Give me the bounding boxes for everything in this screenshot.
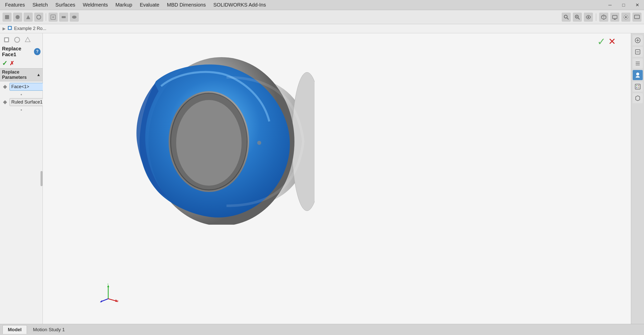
menu-evaluate[interactable]: Evaluate [136, 1, 163, 9]
svg-point-23 [15, 37, 20, 42]
feature-icon-a[interactable] [2, 35, 11, 44]
3d-model-view [88, 48, 315, 225]
svg-line-8 [567, 18, 569, 19]
svg-point-48 [638, 85, 639, 86]
menu-solidworks-addins[interactable]: SOLIDWORKS Add-Ins [210, 1, 270, 9]
svg-line-10 [578, 18, 580, 19]
menu-mbd-dimensions[interactable]: MBD Dimensions [163, 1, 209, 9]
feature-icons-row [0, 33, 43, 45]
toolbar-icon-2[interactable] [13, 13, 22, 22]
svg-point-3 [37, 15, 41, 19]
bottom-tabs: Model Motion Study 1 [0, 324, 644, 335]
toolbar-monitor-icon[interactable] [632, 13, 641, 22]
accept-button[interactable]: ✓ [597, 36, 606, 47]
left-panel: Replace Face1 ? ✓ ✗ Replace Parameters ▲… [0, 33, 43, 324]
toolbar-separator-1 [46, 13, 46, 21]
tab-motion-study[interactable]: Motion Study 1 [28, 325, 70, 334]
face-param-icon [2, 83, 8, 90]
menu-sketch[interactable]: Sketch [29, 1, 51, 9]
rs-icon-2[interactable] [633, 47, 643, 57]
svg-point-20 [9, 27, 11, 29]
dot-separator-2: ● [0, 108, 43, 112]
svg-point-45 [636, 73, 639, 76]
svg-point-49 [636, 87, 637, 88]
menu-markup[interactable]: Markup [112, 1, 136, 9]
toolbar-icon-4[interactable] [34, 13, 43, 22]
svg-point-6 [72, 16, 77, 19]
svg-rect-5 [62, 16, 66, 18]
close-button[interactable]: ✕ [630, 0, 644, 10]
svg-point-29 [176, 100, 242, 186]
canvas-area: ✓ ✕ [43, 33, 631, 324]
svg-point-47 [636, 85, 637, 86]
toolbar-settings-icon[interactable] [621, 13, 630, 22]
panel-title-row: Replace Face1 ? [0, 45, 43, 58]
toolbar-view-icon[interactable] [584, 13, 593, 22]
toolbar-cube-icon[interactable] [599, 13, 608, 22]
rs-icon-4[interactable] [633, 70, 643, 80]
toolbar-row [0, 10, 644, 24]
toolbar-icon-5[interactable] [49, 13, 58, 22]
right-sidebar [631, 33, 644, 324]
svg-rect-18 [634, 15, 639, 19]
toolbar-icon-7[interactable] [70, 13, 79, 22]
ok-cancel-row: ✓ ✗ [0, 58, 43, 68]
svg-point-17 [625, 16, 627, 18]
toolbar-left-icons [3, 13, 79, 22]
svg-marker-39 [100, 300, 102, 302]
svg-marker-2 [26, 15, 30, 19]
tab-model[interactable]: Model [3, 325, 27, 334]
svg-text:X: X [117, 299, 118, 303]
rs-icon-6[interactable] [633, 93, 643, 103]
collapse-arrow[interactable]: ▲ [36, 73, 41, 77]
menu-weldments[interactable]: Weldments [79, 1, 111, 9]
axis-indicator: Y X [98, 284, 118, 304]
svg-rect-14 [613, 15, 617, 19]
menu-surfaces[interactable]: Surfaces [52, 1, 79, 9]
toolbar-search-icon[interactable] [562, 13, 571, 22]
toolbar-zoom-icon[interactable] [573, 13, 582, 22]
svg-point-50 [638, 87, 639, 88]
breadcrumb-icon [7, 25, 13, 32]
svg-text:Y: Y [107, 284, 109, 286]
surface-param-row [0, 97, 43, 108]
resize-handle[interactable] [41, 171, 43, 186]
breadcrumb-bar: ▶ Example 2 Ro... [0, 24, 644, 33]
svg-point-1 [16, 15, 20, 19]
breadcrumb-text: Example 2 Ro... [14, 26, 46, 31]
reject-button[interactable]: ✕ [608, 36, 616, 47]
help-button[interactable]: ? [34, 48, 41, 55]
menu-features[interactable]: Features [2, 1, 28, 9]
svg-rect-22 [5, 38, 8, 41]
toolbar-icon-6[interactable] [59, 13, 68, 22]
replace-parameters-header: Replace Parameters ▲ [0, 68, 43, 81]
feature-icon-b[interactable] [13, 35, 22, 44]
dot-separator-1: ● [0, 93, 43, 96]
toolbar-separator-2 [596, 13, 596, 21]
face-param-row [0, 81, 43, 92]
svg-point-7 [564, 15, 567, 18]
toolbar-icon-1[interactable] [3, 13, 12, 22]
rs-icon-5[interactable] [633, 82, 643, 92]
surface-param-icon [2, 99, 8, 106]
ok-button[interactable]: ✓ [2, 59, 8, 67]
toolbar-display-icon[interactable] [610, 13, 619, 22]
feature-icon-c[interactable] [23, 35, 32, 44]
svg-rect-0 [5, 15, 9, 19]
restore-button[interactable]: □ [617, 0, 630, 10]
replace-parameters-label: Replace Parameters [2, 70, 36, 80]
cancel-button[interactable]: ✗ [10, 60, 14, 67]
breadcrumb-arrow: ▶ [3, 26, 6, 31]
main-area: Replace Face1 ? ✓ ✗ Replace Parameters ▲… [0, 33, 644, 324]
menu-bar: Features Sketch Surfaces Weldments Marku… [0, 0, 644, 10]
top-right-buttons: ✓ ✕ [597, 36, 616, 47]
window-controls: ─ □ ✕ [603, 0, 644, 10]
rs-icon-1[interactable] [633, 35, 643, 45]
svg-point-13 [588, 16, 589, 18]
svg-rect-46 [635, 84, 640, 89]
rs-icon-3[interactable] [633, 58, 643, 69]
svg-point-31 [257, 141, 261, 145]
toolbar-icon-3[interactable] [24, 13, 33, 22]
panel-title: Replace Face1 [2, 46, 34, 57]
minimize-button[interactable]: ─ [603, 0, 617, 10]
